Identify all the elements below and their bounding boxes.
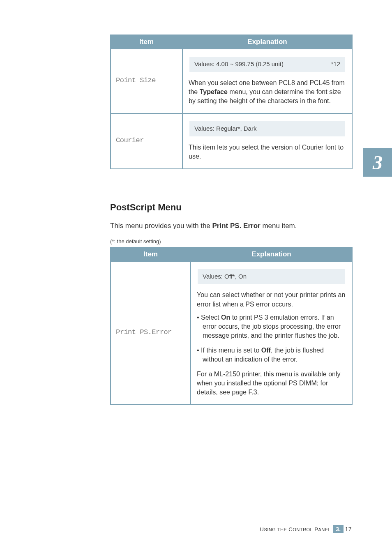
text-fragment: Select <box>201 314 221 321</box>
text-fragment: menu item. <box>261 222 297 230</box>
explanation-text: For a ML-2150 printer, this menu is avai… <box>197 370 346 397</box>
list-item: If this menu is set to Off, the job is f… <box>197 346 346 364</box>
page-footer: USING THE CONTROL PANEL 3.17 <box>260 525 353 533</box>
page-number-page: 17 <box>344 525 353 533</box>
col-header-item: Item <box>111 35 182 49</box>
explanation-text: When you select one between PCL8 and PCL… <box>189 78 346 106</box>
table-pcl-options: Item Explanation Point Size Values: 4.00… <box>110 35 353 169</box>
item-name-print-ps-error: Print PS.Error <box>111 261 191 405</box>
values-text: Values: Off*, On <box>203 272 247 281</box>
text-fragment: This menu provides you with the <box>110 222 212 230</box>
values-text: Values: 4.00 ~ 999.75 (0.25 unit) <box>194 60 284 69</box>
table-row: Point Size Values: 4.00 ~ 999.75 (0.25 u… <box>111 49 352 113</box>
col-header-item: Item <box>111 247 191 261</box>
item-name-point-size: Point Size <box>111 49 182 113</box>
item-explanation: Values: Regular*, Dark This item lets yo… <box>182 113 352 169</box>
values-default: *12 <box>331 60 340 69</box>
values-text: Values: Regular*, Dark <box>194 124 256 133</box>
text-fragment: If this menu is set to <box>201 347 261 354</box>
section-intro: This menu provides you with the Print PS… <box>110 222 353 230</box>
bold-term: Typeface <box>200 88 228 95</box>
footer-section-label: USING THE CONTROL PANEL <box>260 526 331 532</box>
table-row: Courier Values: Regular*, Dark This item… <box>111 113 352 169</box>
col-header-explanation: Explanation <box>182 35 352 49</box>
chapter-tab: 3 <box>363 148 392 177</box>
col-header-explanation: Explanation <box>191 247 352 261</box>
item-explanation: Values: 4.00 ~ 999.75 (0.25 unit) *12 Wh… <box>182 49 352 113</box>
table-row: Print PS.Error Values: Off*, On You can … <box>111 261 352 405</box>
explanation-text: This item lets you select the version of… <box>189 143 346 161</box>
values-box: Values: Off*, On <box>198 269 345 284</box>
page-number: 3.17 <box>333 525 353 533</box>
section-heading-postscript: PostScript Menu <box>110 202 353 213</box>
bold-term: Off <box>261 347 271 354</box>
values-box: Values: 4.00 ~ 999.75 (0.25 unit) *12 <box>189 57 345 72</box>
bullet-list: Select On to print PS 3 emulation errors… <box>197 313 346 364</box>
page-number-chapter: 3. <box>333 525 343 533</box>
explanation-text: You can select whether or not your print… <box>197 290 346 309</box>
bold-term: Print PS. Error <box>212 222 261 230</box>
default-setting-note: (*: the default setting) <box>110 238 353 244</box>
item-name-courier: Courier <box>111 113 182 169</box>
bold-term: On <box>221 314 230 321</box>
list-item: Select On to print PS 3 emulation errors… <box>197 313 346 340</box>
values-box: Values: Regular*, Dark <box>189 121 345 136</box>
table-postscript-options: Item Explanation Print PS.Error Values: … <box>110 247 353 405</box>
chapter-tab-number: 3 <box>373 151 383 174</box>
item-explanation: Values: Off*, On You can select whether … <box>191 261 352 405</box>
